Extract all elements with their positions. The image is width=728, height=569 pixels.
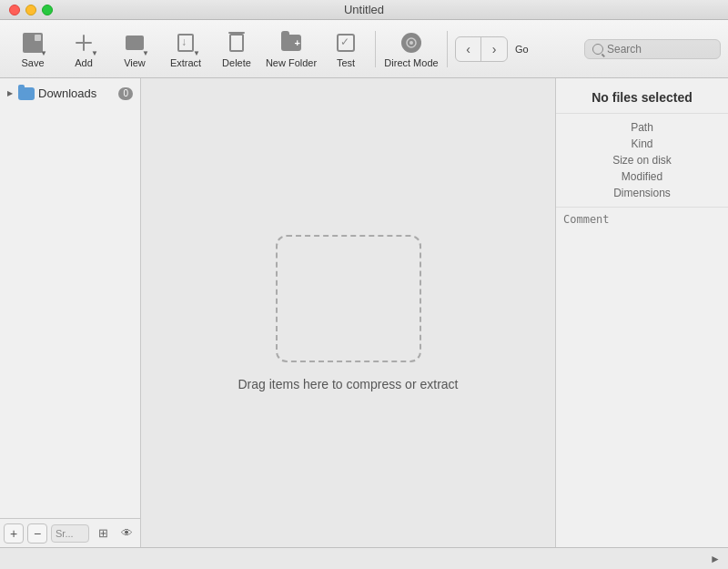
extract-button[interactable]: ▼ Extract: [160, 24, 211, 75]
info-panel: No files selected Path Kind Size on disk…: [555, 78, 728, 547]
close-button[interactable]: [9, 5, 20, 15]
forward-button[interactable]: ›: [481, 36, 507, 62]
status-bar: ►: [0, 547, 728, 569]
add-icon: ▼: [71, 30, 96, 56]
extract-icon: ▼: [173, 30, 198, 56]
test-icon: [333, 30, 359, 56]
search-icon: [592, 44, 603, 55]
back-button[interactable]: ‹: [456, 36, 481, 62]
save-label: Save: [21, 57, 44, 68]
go-label: Go: [515, 44, 529, 55]
newfolder-icon: [278, 30, 304, 56]
sidebar-item-badge: 0: [118, 87, 133, 100]
delete-icon: [224, 30, 249, 56]
add-button[interactable]: ▼ Add: [58, 24, 109, 75]
dimensions-field: Dimensions: [563, 187, 721, 199]
delete-label: Delete: [222, 57, 251, 68]
delete-button[interactable]: Delete: [211, 24, 262, 75]
add-item-button[interactable]: +: [4, 523, 24, 544]
maximize-button[interactable]: [42, 5, 53, 15]
sidebar-content: ▶ Downloads 0: [0, 78, 140, 518]
extract-dropdown-arrow: ▼: [193, 49, 200, 57]
search-box[interactable]: [584, 39, 721, 59]
new-folder-label: New Folder: [266, 57, 317, 68]
test-label: Test: [337, 57, 355, 68]
modified-field: Modified: [563, 170, 721, 183]
kind-field: Kind: [563, 137, 721, 150]
comment-input[interactable]: [563, 213, 721, 542]
main-area: ▶ Downloads 0 + − Sr... ⊞ 👁 Drag items h…: [0, 78, 728, 547]
drop-target: [276, 235, 421, 362]
comment-area[interactable]: [556, 207, 728, 547]
search-input[interactable]: [607, 43, 713, 56]
save-dropdown-arrow: ▼: [40, 49, 47, 57]
eye-icon[interactable]: 👁: [116, 523, 136, 544]
directmode-icon: [399, 30, 424, 56]
sidebar-item-downloads[interactable]: ▶ Downloads 0: [0, 84, 140, 103]
info-header: No files selected: [556, 78, 728, 114]
toolbar: ▼ Save ▼ Add ▼ View ▼ Extract Delete: [0, 20, 728, 78]
drop-zone[interactable]: Drag items here to compress or extract: [141, 78, 555, 547]
drop-label: Drag items here to compress or extract: [238, 377, 459, 391]
toolbar-separator-2: [447, 31, 448, 67]
view-button[interactable]: ▼ View: [109, 24, 160, 75]
save-icon: ▼: [20, 30, 46, 56]
save-button[interactable]: ▼ Save: [7, 24, 58, 75]
view-icon: ▼: [122, 30, 147, 56]
content-area: Drag items here to compress or extract: [141, 78, 555, 547]
remove-item-button[interactable]: −: [27, 523, 47, 544]
window-title: Untitled: [344, 3, 384, 16]
view-label: View: [124, 57, 146, 68]
info-fields: Path Kind Size on disk Modified Dimensio…: [556, 114, 728, 207]
sidebar-bottom: + − Sr... ⊞ 👁: [0, 518, 140, 547]
size-field: Size on disk: [563, 154, 721, 167]
sidebar-search-placeholder: Sr...: [56, 528, 74, 539]
sidebar: ▶ Downloads 0 + − Sr... ⊞ 👁: [0, 78, 141, 547]
add-label: Add: [75, 57, 93, 68]
columns-icon[interactable]: ⊞: [93, 523, 113, 544]
extract-label: Extract: [170, 57, 201, 68]
expand-triangle: ▶: [7, 89, 13, 97]
direct-mode-button[interactable]: Direct Mode: [379, 24, 443, 75]
sidebar-item-label: Downloads: [38, 86, 96, 100]
minimize-button[interactable]: [25, 5, 36, 15]
sidebar-search[interactable]: Sr...: [51, 524, 89, 543]
no-selection-title: No files selected: [592, 90, 693, 105]
path-field: Path: [563, 121, 721, 134]
add-dropdown-arrow: ▼: [91, 49, 98, 57]
svg-point-1: [410, 41, 413, 45]
status-right-icon[interactable]: ►: [710, 553, 721, 565]
folder-icon: [18, 87, 35, 100]
titlebar: Untitled: [0, 0, 728, 20]
toolbar-separator: [375, 31, 376, 67]
nav-group: ‹ ›: [455, 36, 508, 62]
new-folder-button[interactable]: New Folder: [262, 24, 320, 75]
direct-mode-label: Direct Mode: [384, 57, 438, 68]
test-button[interactable]: Test: [320, 24, 371, 75]
view-dropdown-arrow: ▼: [142, 49, 149, 57]
window-controls: [9, 5, 53, 15]
